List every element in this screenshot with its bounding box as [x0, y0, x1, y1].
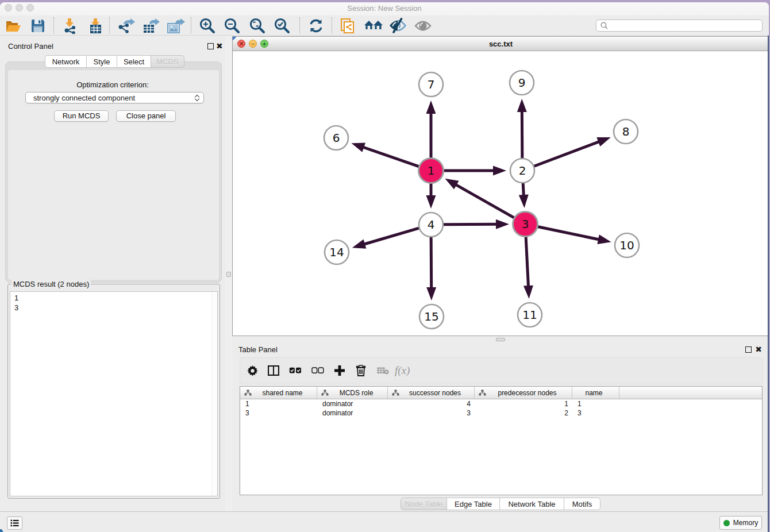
zoom-fit-icon[interactable] [247, 17, 268, 34]
graph-edge[interactable] [522, 111, 522, 158]
horizontal-splitter-handle[interactable] [496, 338, 505, 341]
graph-node-label: 7 [428, 78, 435, 91]
table-panel-float-icon[interactable] [745, 346, 752, 353]
toolbar-separator [53, 17, 54, 33]
delete-table-icon[interactable] [374, 362, 391, 379]
toolbar-separator [109, 17, 110, 33]
status-bar: Memory [0, 511, 769, 532]
run-mcds-button[interactable]: Run MCDS [54, 110, 109, 122]
network-window-titlebar[interactable]: ✕ – + scc.txt [233, 37, 769, 51]
table-settings-icon[interactable] [244, 362, 261, 379]
tree-icon [244, 390, 252, 396]
graph-node-label: 10 [619, 238, 634, 252]
graph-edge-arrow [426, 287, 436, 300]
table-panel-close-icon[interactable]: ✖ [755, 346, 762, 353]
optimization-criterion-label: Optimization criterion: [0, 80, 225, 89]
search-input[interactable] [611, 22, 762, 30]
hide-details-icon[interactable] [387, 17, 408, 34]
horizontal-splitter[interactable] [232, 336, 769, 342]
window-titlebar: Session: New Session [0, 2, 769, 16]
search-field[interactable] [596, 20, 763, 32]
zoom-in-icon[interactable] [197, 17, 218, 34]
graph-edge-arrow [445, 179, 459, 190]
graph-edge[interactable] [523, 183, 523, 196]
network-window: ✕ – + scc.txt 7968124314101511 [232, 36, 769, 336]
zoom-selected-icon[interactable] [272, 17, 292, 34]
show-details-icon[interactable] [413, 17, 433, 34]
delete-row-icon[interactable] [352, 362, 369, 379]
table-row[interactable]: 1 dominator 4 1 1 [240, 399, 762, 408]
select-all-icon[interactable] [287, 362, 304, 379]
split-columns-icon[interactable] [265, 362, 282, 379]
mcds-result-list[interactable]: 1 3 [10, 291, 218, 496]
graph-node-label: 3 [522, 217, 529, 231]
select-stepper-icon [195, 95, 199, 101]
toolbar-separator [191, 17, 191, 33]
control-panel-float-icon[interactable] [207, 43, 214, 49]
column-header-name[interactable]: name [572, 387, 619, 399]
graph-edge[interactable] [444, 224, 497, 225]
graph-edge-arrow [496, 219, 509, 229]
tab-network[interactable]: Network [45, 55, 87, 68]
import-table-icon[interactable] [85, 17, 106, 34]
export-table-icon[interactable] [140, 17, 161, 34]
tab-mcds[interactable]: MCDS [151, 55, 184, 68]
save-icon[interactable] [28, 17, 48, 34]
column-header-predecessor-nodes[interactable]: predecessor nodes [475, 387, 572, 399]
tree-icon [479, 390, 486, 396]
tab-network-table[interactable]: Network Table [499, 498, 564, 510]
graph-edge[interactable] [456, 184, 514, 218]
tab-motifs[interactable]: Motifs [564, 498, 600, 510]
graph-edge[interactable] [431, 237, 432, 288]
task-history-button[interactable] [7, 516, 22, 530]
column-header-shared-name[interactable]: shared name [240, 387, 317, 399]
tab-edge-table[interactable]: Edge Table [446, 498, 500, 510]
network-window-title: scc.txt [233, 37, 769, 51]
memory-button[interactable]: Memory [719, 516, 762, 530]
open-folder-icon[interactable] [2, 17, 23, 34]
add-row-icon[interactable] [331, 362, 348, 379]
vertical-splitter[interactable] [225, 36, 232, 511]
tab-node-table[interactable]: Node Table [401, 498, 447, 510]
graph-edge[interactable] [364, 228, 419, 244]
control-panel: Control Panel ✖ Network Style Select MCD… [0, 36, 225, 511]
close-panel-button[interactable]: Close panel [116, 110, 176, 122]
tree-icon [321, 390, 329, 396]
search-icon [600, 22, 608, 29]
graph-edge[interactable] [534, 141, 600, 166]
table-toolbar: f(x) [240, 357, 763, 384]
zoom-out-icon[interactable] [222, 17, 242, 34]
tab-select[interactable]: Select [117, 55, 151, 68]
mcds-result-legend: MCDS result (2 nodes) [11, 280, 91, 288]
graph-node-label: 1 [428, 164, 435, 178]
result-scrollbar[interactable] [211, 292, 217, 496]
graph-edge[interactable] [538, 227, 600, 240]
graph-edge[interactable] [363, 147, 419, 167]
tab-style[interactable]: Style [86, 55, 117, 68]
list-icon [10, 519, 19, 527]
graph-node-label: 14 [329, 245, 344, 259]
optimization-criterion-select[interactable]: strongly connected component [25, 92, 204, 103]
home-icon[interactable] [363, 17, 384, 34]
refresh-icon[interactable] [306, 17, 326, 34]
import-network-icon[interactable] [60, 17, 80, 34]
column-header-mcds-role[interactable]: MCDS role [317, 387, 388, 399]
control-panel-close-icon[interactable]: ✖ [216, 43, 223, 49]
graph-node-label: 2 [519, 164, 526, 178]
graph-edge-arrow [517, 99, 527, 112]
network-canvas[interactable]: 7968124314101511 [233, 51, 769, 336]
graph-edge[interactable] [526, 237, 528, 287]
vertical-splitter-handle[interactable] [226, 272, 231, 277]
deselect-all-icon[interactable] [309, 362, 326, 379]
export-image-icon[interactable] [165, 17, 186, 34]
table-tabs: Node Table Edge Table Network Table Moti… [401, 498, 600, 510]
clone-network-icon[interactable] [337, 17, 358, 34]
column-header-successor-nodes[interactable]: successor nodes [388, 387, 475, 399]
control-panel-tabs: Network Style Select MCDS [45, 55, 184, 68]
function-builder-icon[interactable]: f(x) [393, 362, 417, 379]
export-network-icon[interactable] [116, 17, 136, 34]
memory-status-icon [723, 520, 730, 526]
node-table: shared name MCDS role successor nodes [240, 386, 763, 495]
graph-node-label: 9 [518, 76, 526, 90]
table-row[interactable]: 3 dominator 3 2 3 [240, 408, 762, 418]
